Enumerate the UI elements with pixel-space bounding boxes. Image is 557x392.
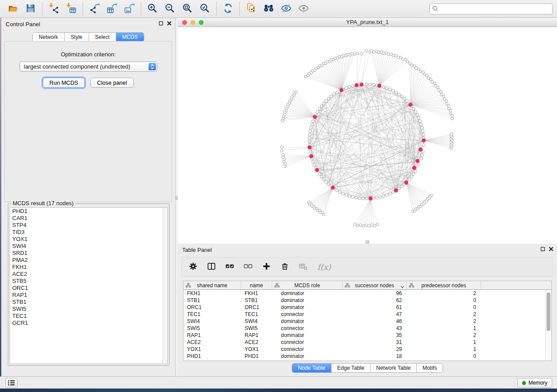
table-row[interactable]: FKH1FKH1dominator962 bbox=[183, 290, 551, 297]
export-network-button[interactable] bbox=[86, 1, 103, 16]
mcds-node[interactable] bbox=[377, 84, 381, 87]
run-mcds-button[interactable]: Run MCDS bbox=[43, 78, 85, 88]
table-row[interactable]: TEC1TEC1connector472 bbox=[183, 311, 551, 318]
mcds-node[interactable] bbox=[309, 155, 313, 158]
task-history-button[interactable] bbox=[5, 378, 17, 388]
mcds-result-item[interactable]: STP4 bbox=[10, 222, 167, 229]
table-tab-node-table[interactable]: Node Table bbox=[292, 364, 331, 372]
tab-mcds[interactable]: MCDS bbox=[116, 33, 144, 41]
table-scrollbar-thumb[interactable] bbox=[547, 292, 550, 331]
network-canvas[interactable] bbox=[178, 27, 557, 244]
tab-network[interactable]: Network bbox=[33, 33, 64, 41]
table-row[interactable]: ACE2ACE2connector311 bbox=[183, 339, 551, 346]
network-graph[interactable] bbox=[178, 27, 557, 244]
mcds-result-item[interactable]: SWI5 bbox=[10, 306, 167, 313]
mcds-result-item[interactable]: CAR1 bbox=[10, 215, 167, 222]
show-all-button[interactable] bbox=[295, 1, 312, 16]
table-row[interactable]: YOX1YOX1connector291 bbox=[183, 346, 551, 353]
deselect-all-button[interactable] bbox=[243, 262, 253, 272]
columns-button[interactable] bbox=[206, 262, 217, 272]
mcds-result-item[interactable]: SRD1 bbox=[10, 250, 167, 257]
export-table-button[interactable] bbox=[103, 1, 121, 16]
mcds-node[interactable] bbox=[416, 159, 419, 163]
criterion-dropdown[interactable]: largest connected component (undirected) bbox=[20, 62, 157, 72]
close-panel-icon[interactable] bbox=[549, 247, 554, 251]
select-all-button[interactable] bbox=[225, 262, 235, 272]
delete-button[interactable] bbox=[280, 262, 290, 272]
mcds-result-item[interactable]: PMA2 bbox=[10, 257, 167, 264]
table-row[interactable]: SWI4SWI4dominator462 bbox=[183, 318, 551, 325]
hide-selected-button[interactable] bbox=[277, 1, 295, 16]
column-header-predecessor-nodes[interactable]: predecessor nodes bbox=[407, 281, 481, 289]
mcds-result-item[interactable]: ACE2 bbox=[10, 271, 167, 278]
mcds-node[interactable] bbox=[405, 181, 408, 184]
mcds-result-item[interactable]: TID3 bbox=[10, 229, 167, 236]
zoom-out-button[interactable] bbox=[161, 1, 179, 16]
search-network-button[interactable] bbox=[260, 1, 277, 16]
table-row[interactable]: RAP1RAP1dominator352 bbox=[183, 332, 551, 339]
sort-chevron-icon[interactable] bbox=[400, 284, 405, 290]
import-table-button[interactable] bbox=[62, 1, 80, 16]
mcds-result-item[interactable]: RAP1 bbox=[10, 292, 167, 299]
mcds-node[interactable] bbox=[355, 83, 358, 87]
table-row[interactable]: PHD1PHD1dominator180 bbox=[183, 353, 551, 360]
float-panel-icon[interactable] bbox=[540, 247, 545, 251]
float-panel-icon[interactable] bbox=[159, 21, 163, 26]
window-close-icon[interactable] bbox=[182, 20, 187, 25]
refresh-button[interactable] bbox=[219, 1, 237, 16]
mcds-result-item[interactable]: TEC1 bbox=[10, 313, 167, 320]
export-image-button[interactable] bbox=[121, 1, 138, 16]
tab-select[interactable]: Select bbox=[89, 33, 116, 41]
table-tab-network-table[interactable]: Network Table bbox=[370, 364, 416, 372]
mcds-result-item[interactable]: YOX1 bbox=[10, 236, 167, 243]
close-panel-icon[interactable] bbox=[167, 21, 172, 26]
mcds-node[interactable] bbox=[360, 83, 363, 86]
table-row[interactable]: ORC1ORC1dominator610 bbox=[183, 304, 551, 311]
table-row[interactable]: STB1STB1dominator620 bbox=[183, 297, 551, 304]
table-tab-edge-table[interactable]: Edge Table bbox=[331, 364, 370, 372]
mcds-node[interactable] bbox=[315, 168, 319, 172]
mcds-node[interactable] bbox=[412, 166, 416, 170]
gear-button[interactable] bbox=[188, 262, 198, 272]
mcds-result-item[interactable]: PHD1 bbox=[10, 208, 167, 215]
add-button[interactable] bbox=[261, 262, 272, 272]
close-panel-button[interactable]: Close panel bbox=[90, 78, 134, 88]
mcds-node[interactable] bbox=[369, 197, 372, 200]
tab-style[interactable]: Style bbox=[64, 33, 89, 41]
horizontal-divider-handle[interactable] bbox=[366, 241, 369, 244]
zoom-fit-button[interactable] bbox=[179, 1, 196, 16]
table-tab-motifs[interactable]: Motifs bbox=[416, 364, 443, 372]
column-header-MCDS-role[interactable]: MCDS role bbox=[272, 281, 343, 289]
mcds-result-item[interactable]: SWI4 bbox=[10, 243, 167, 250]
mcds-result-item[interactable]: STB5 bbox=[10, 278, 167, 285]
mcds-result-item[interactable]: FKH1 bbox=[10, 264, 167, 271]
window-minimize-icon[interactable] bbox=[190, 20, 195, 25]
memory-button[interactable]: Memory bbox=[517, 378, 552, 388]
mcds-node[interactable] bbox=[308, 146, 311, 149]
column-header-name[interactable]: name bbox=[241, 281, 272, 289]
mcds-node[interactable] bbox=[408, 103, 412, 107]
mcds-list-scrollbar[interactable] bbox=[163, 208, 167, 364]
network-leaf-nodes[interactable] bbox=[280, 49, 454, 227]
table-scrollbar[interactable] bbox=[545, 290, 551, 361]
open-button[interactable] bbox=[4, 1, 22, 16]
search-input[interactable] bbox=[429, 3, 553, 14]
mcds-node[interactable] bbox=[313, 115, 317, 119]
zoom-selected-button[interactable] bbox=[196, 1, 214, 16]
clone-network-button[interactable] bbox=[242, 1, 260, 16]
mcds-node[interactable] bbox=[419, 148, 422, 151]
mcds-node[interactable] bbox=[331, 186, 335, 189]
mcds-node[interactable] bbox=[422, 139, 426, 142]
column-header-successor-nodes[interactable]: successor nodes bbox=[343, 281, 407, 289]
mcds-node[interactable] bbox=[394, 189, 398, 192]
mcds-result-item[interactable]: STB1 bbox=[10, 299, 167, 306]
column-header-shared-name[interactable]: shared name bbox=[183, 281, 241, 289]
window-zoom-icon[interactable] bbox=[199, 20, 204, 25]
mcds-result-list[interactable]: PHD1CAR1STP4TID3YOX1SWI4SRD1PMA2FKH1ACE2… bbox=[10, 207, 168, 364]
table-row[interactable]: SWI5SWI5connector431 bbox=[183, 325, 551, 332]
zoom-in-button[interactable] bbox=[144, 1, 161, 16]
import-network-button[interactable] bbox=[45, 1, 62, 16]
mcds-result-item[interactable]: ORC1 bbox=[10, 285, 167, 292]
save-button[interactable] bbox=[22, 1, 39, 16]
mcds-node[interactable] bbox=[340, 88, 343, 92]
